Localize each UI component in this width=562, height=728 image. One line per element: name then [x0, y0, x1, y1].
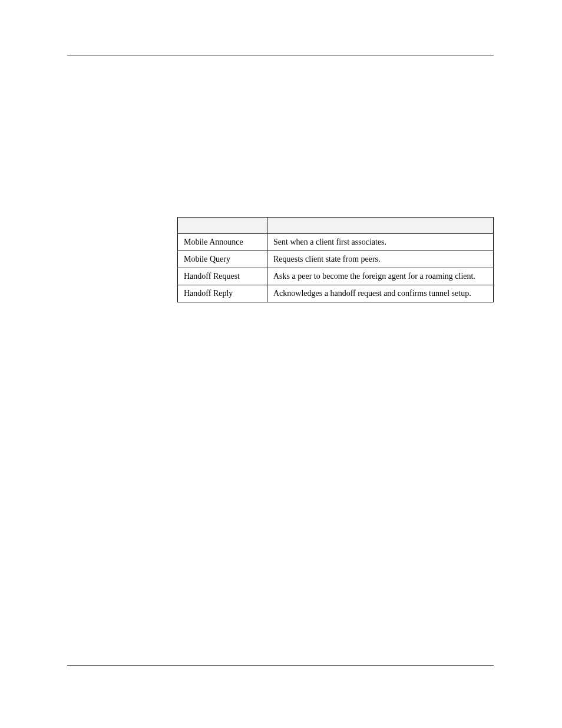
page-footer: 10-4 Mobility Configuration Guide: [67, 665, 494, 677]
table-cell: Sent when a client first associates.: [267, 234, 494, 251]
footer-rule: [67, 665, 494, 666]
table-cell: Mobile Announce: [178, 234, 267, 251]
table-row: Handoff Request Asks a peer to become th…: [178, 268, 494, 285]
table-row: Mobile Announce Sent when a client first…: [178, 234, 494, 251]
table-cell: Handoff Request: [178, 268, 267, 285]
table-header-row: Message Type Description: [178, 218, 494, 234]
table-header-cell: Message Type: [178, 218, 267, 234]
page-header: Chapter 10 Configuring Controller-Based …: [67, 39, 494, 55]
table-cell: Requests client state from peers.: [267, 251, 494, 268]
document-page: Chapter 10 Configuring Controller-Based …: [0, 0, 562, 728]
table-cell: Asks a peer to become the foreign agent …: [267, 268, 494, 285]
table-cell: Acknowledges a handoff request and confi…: [267, 285, 494, 302]
table-header-cell: Description: [267, 218, 494, 234]
table-cell: Handoff Reply: [178, 285, 267, 302]
mobility-message-table: Message Type Description Mobile Announce…: [177, 217, 494, 302]
table-cell: Mobile Query: [178, 251, 267, 268]
header-rule: [67, 55, 494, 55]
table-row: Handoff Reply Acknowledges a handoff req…: [178, 285, 494, 302]
table-row: Mobile Query Requests client state from …: [178, 251, 494, 268]
